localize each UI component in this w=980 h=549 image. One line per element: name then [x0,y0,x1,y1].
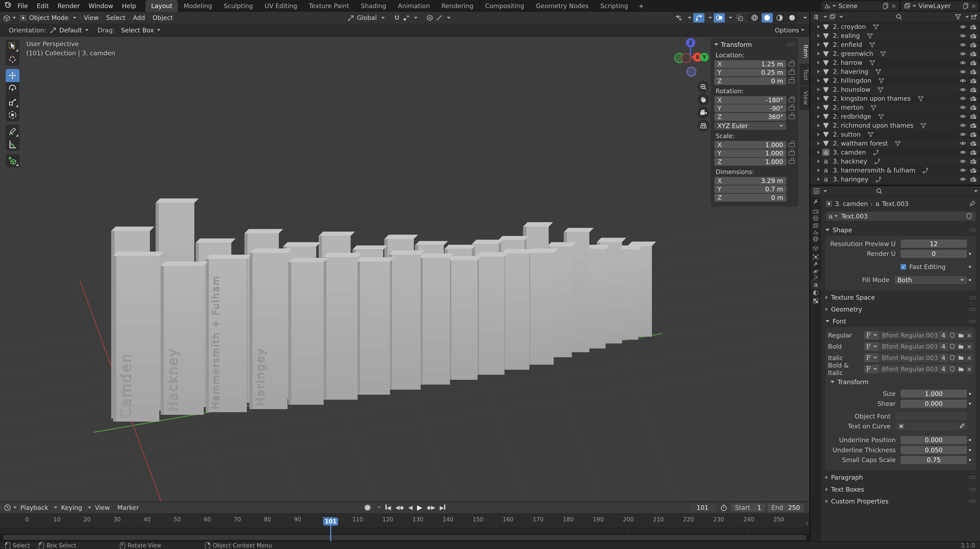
font-datablock-field[interactable]: FBfont Regular.0034× [864,342,973,351]
scene-bar-camden[interactable]: Camden [113,256,159,422]
eyedropper-icon[interactable] [958,423,964,430]
text-on-curve-field[interactable] [896,422,967,430]
lock-icon[interactable] [789,151,794,156]
properties-tab-texture[interactable] [810,297,821,305]
panel-grip[interactable] [788,43,794,46]
scale-y-field[interactable]: Y1.000 [714,150,786,158]
open-font-icon[interactable] [956,366,965,372]
properties-tab-collection[interactable] [810,244,821,252]
proportional-editing-icon[interactable] [426,14,433,21]
animate-dot[interactable] [969,403,971,405]
lock-icon[interactable] [789,79,794,83]
disable-in-renders-icon[interactable] [970,113,977,120]
hide-in-viewport-icon[interactable] [959,113,966,120]
disable-in-renders-icon[interactable] [970,86,977,93]
orientation-global[interactable]: Global [357,14,377,21]
tool-measure-button[interactable] [6,138,19,151]
sidebar-tab-view[interactable]: View [799,86,810,110]
properties-tab-object[interactable] [810,253,821,261]
lock-icon[interactable] [789,106,794,111]
timeline-scrollbar[interactable] [3,535,806,540]
search-icon[interactable] [896,13,902,20]
viewport-menu-add[interactable]: Add [129,14,149,21]
lock-icon[interactable] [789,159,794,164]
tool-cursor-3d-button[interactable] [6,53,19,66]
editor-type-3d-icon[interactable] [3,14,11,21]
fake-user-shield-icon[interactable] [948,355,956,361]
outliner-row[interactable]: 2. enfield [810,40,980,49]
scene-bar[interactable] [323,257,357,400]
gizmo-axis-x-neg[interactable] [681,53,691,63]
tool-rotate-button[interactable] [6,82,19,95]
outliner-row[interactable]: a3. camden [810,148,980,157]
timeline-tracks[interactable]: ‹ [0,527,809,534]
tool-tweak-select-button[interactable] [6,40,19,53]
tool-scale-button[interactable] [6,95,19,108]
geometry-section-header[interactable]: Geometry [826,305,975,314]
hide-in-viewport-icon[interactable] [959,104,966,111]
next-keyframe-button[interactable]: ◆▶ [427,505,436,511]
view-layer-selector[interactable]: ViewLayer × [901,1,979,11]
disclosure-icon[interactable] [818,169,820,172]
jump-start-button[interactable]: ◀ [385,504,391,511]
hide-in-viewport-icon[interactable] [959,149,966,156]
viewport-menu-view[interactable]: View [80,14,102,21]
shading-wireframe-button[interactable] [749,13,760,22]
unlink-scene-icon[interactable]: × [891,2,896,10]
font-transform-subheader[interactable]: Transform [830,377,973,387]
editor-type-outliner-icon[interactable] [813,13,820,20]
sidebar-tab-tool[interactable]: Tool [799,64,810,85]
workspace-tab-modeling[interactable]: Modeling [178,0,218,12]
show-overlays-button[interactable] [714,13,725,22]
rotation-x-field[interactable]: X-180° [714,96,786,104]
hide-in-viewport-icon[interactable] [959,68,966,75]
object-type-visibility-button[interactable] [673,13,684,22]
scene-bar[interactable] [357,262,390,395]
lock-icon[interactable] [789,98,794,102]
outliner-row[interactable]: a3. hackney [810,157,980,166]
disclosure-icon[interactable] [818,178,820,181]
text-boxes-section-header[interactable]: Text Boxes [826,485,975,494]
sidebar-tab-item[interactable]: Item [799,40,810,63]
hide-in-viewport-icon[interactable] [959,24,966,30]
3d-viewport[interactable]: CamdenHackneyHammersmith + FulhamHaringe… [0,37,809,502]
properties-tab-object-data[interactable]: a [810,280,821,290]
outliner-row[interactable]: 2. harrow [810,58,980,67]
display-mode-icon[interactable] [829,13,836,20]
animate-dot[interactable] [969,253,971,255]
snap-magnet-icon[interactable] [393,14,400,21]
disable-in-renders-icon[interactable] [970,131,977,138]
gizmo-axis-y[interactable]: Y [700,53,709,62]
hide-in-viewport-icon[interactable] [959,140,966,146]
workspace-tab-sculpting[interactable]: Sculpting [218,0,259,12]
disable-in-renders-icon[interactable] [970,122,977,129]
timeline-collapse-arrow[interactable]: ‹ [806,520,808,527]
lock-icon[interactable] [789,70,794,75]
fake-user-shield-icon[interactable] [948,344,956,350]
disclosure-icon[interactable] [818,70,820,73]
scene-bar[interactable] [527,253,554,365]
properties-filter-chevron[interactable] [974,190,978,192]
mode-dropdown[interactable]: Object Mode [16,14,80,21]
location-x-field[interactable]: X1.25 m [714,60,786,68]
shading-material-button[interactable] [774,13,785,22]
workspace-tab-scripting[interactable]: Scripting [595,0,634,12]
unlink-font-icon[interactable]: × [965,343,973,350]
font-f-icon[interactable]: F [864,365,879,374]
disclosure-icon[interactable] [818,115,820,118]
disclosure-icon[interactable] [818,43,820,46]
fake-user-shield-icon[interactable] [948,366,956,372]
disclosure-icon[interactable] [818,151,820,154]
lock-icon[interactable] [789,143,794,147]
stopwatch-icon[interactable] [720,504,727,511]
shading-rendered-button[interactable] [786,13,798,22]
font-datablock-field[interactable]: FBfont Regular.0034× [864,365,973,374]
object-font-field[interactable] [896,412,967,420]
open-font-icon[interactable] [956,344,965,350]
unlink-font-icon[interactable]: × [965,354,973,361]
disclosure-icon[interactable] [818,106,820,109]
property-field[interactable]: 0.050 [900,446,967,454]
tool-move-button[interactable] [6,69,19,82]
rotation-mode-dropdown[interactable]: XYZ Euler [714,122,786,130]
prev-frame-button[interactable]: ◀ [408,505,413,511]
